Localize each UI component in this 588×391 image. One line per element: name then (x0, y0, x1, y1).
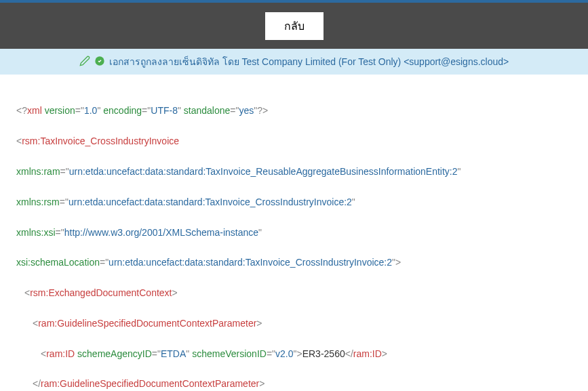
signature-bar: เอกสารถูกลงลายเซ็นดิจิทัล โดย Test Compa… (0, 49, 588, 75)
xml-declaration: <?xml version="1.0" encoding="UTF-8" sta… (16, 103, 572, 118)
check-circle-icon (94, 56, 105, 68)
xml-root-open: <rsm:TaxInvoice_CrossIndustryInvoice (16, 133, 572, 148)
xml-guideline-open: <ram:GuidelineSpecifiedDocumentContextPa… (16, 316, 572, 331)
xml-edc-open: <rsm:ExchangedDocumentContext> (16, 285, 572, 300)
header-bar: กลับ (0, 3, 588, 49)
signature-text: เอกสารถูกลงลายเซ็นดิจิทัล โดย Test Compa… (109, 54, 509, 69)
xml-guideline-close: </ram:GuidelineSpecifiedDocumentContextP… (16, 376, 572, 391)
signature-pen-icon (79, 56, 90, 68)
xml-ns-ram: xmlns:ram="urn:etda:uncefact:data:standa… (16, 164, 572, 179)
xml-guideline-id: <ram:ID schemeAgencyID="ETDA" schemeVers… (16, 346, 572, 361)
back-button[interactable]: กลับ (265, 12, 324, 40)
xml-schema-location: xsi:schemaLocation="urn:etda:uncefact:da… (16, 255, 572, 270)
xml-viewer: <?xml version="1.0" encoding="UTF-8" sta… (0, 75, 588, 391)
xml-ns-rsm: xmlns:rsm="urn:etda:uncefact:data:standa… (16, 194, 572, 209)
xml-ns-xsi: xmlns:xsi="http://www.w3.org/2001/XMLSch… (16, 225, 572, 240)
